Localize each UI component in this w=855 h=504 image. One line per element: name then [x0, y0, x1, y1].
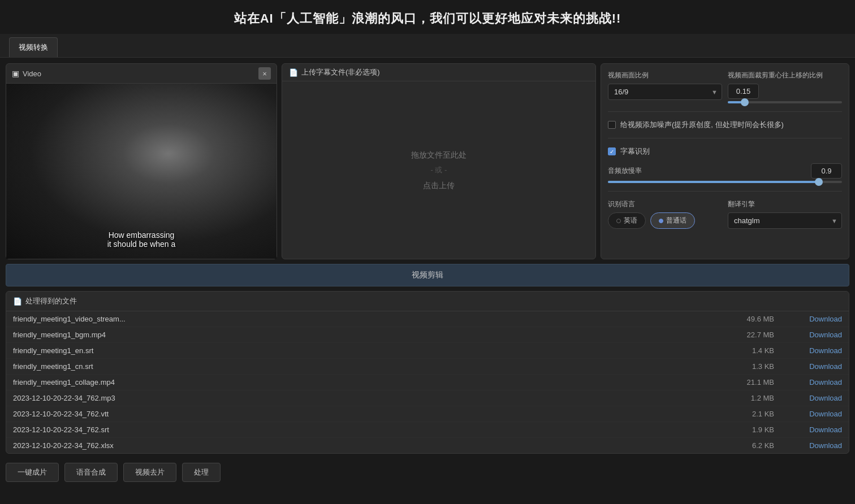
crop-value-input[interactable]: [728, 84, 759, 99]
file-name: friendly_meeting1_video_stream...: [13, 315, 729, 323]
divider-1: [608, 111, 842, 112]
file-name: friendly_meeting1_collage.mp4: [13, 378, 729, 386]
file-size: 1.9 KB: [729, 425, 774, 434]
tabs-bar: 视频转换: [0, 34, 855, 58]
translation-engine-select[interactable]: chatglm gpt-3.5 deepl: [728, 212, 842, 229]
subtitle-dropzone[interactable]: 拖放文件至此处 - 或 - 点击上传: [282, 81, 595, 259]
lang-mandarin-dot: [659, 219, 663, 223]
video-remove-btn[interactable]: 视频去片: [123, 463, 176, 482]
noise-checkbox-row: 给视频添加噪声(提升原创度, 但处理时间会长很多): [608, 120, 842, 130]
file-row: friendly_meeting1_collage.mp421.1 MBDown…: [6, 375, 849, 390]
lang-translate-row: 识别语言 英语 普通话 翻译引擎 chatglm: [608, 199, 842, 229]
file-download-link[interactable]: Download: [797, 425, 842, 434]
dropzone-click: 点击上传: [423, 177, 455, 193]
file-download-link[interactable]: Download: [797, 410, 842, 418]
one-click-btn[interactable]: 一键成片: [6, 463, 59, 482]
crop-label: 视频画面裁剪重心往上移的比例: [728, 71, 842, 80]
video-label-text: Video: [23, 69, 41, 78]
file-name: friendly_meeting1_en.srt: [13, 346, 729, 355]
file-name: 2023-12-10-20-22-34_762.vtt: [13, 410, 729, 418]
file-row: friendly_meeting1_en.srt1.4 KBDownload: [6, 343, 849, 359]
file-name: friendly_meeting1_bgm.mp4: [13, 331, 729, 339]
file-download-link[interactable]: Download: [797, 331, 842, 339]
file-size: 2.1 KB: [729, 410, 774, 418]
video-panel: ▣ Video × How embarrassing it should be …: [6, 63, 277, 259]
playback-slider-container: [608, 181, 842, 183]
file-icon: 📄: [289, 68, 298, 77]
video-icon: ▣: [12, 69, 19, 78]
translation-engine-label: 翻译引擎: [728, 199, 842, 209]
aspect-ratio-label: 视频画面比例: [608, 71, 722, 80]
lang-radio-group: 英语 普通话: [608, 212, 722, 229]
video-panel-header: ▣ Video ×: [6, 64, 277, 84]
aspect-ratio-select[interactable]: 16/9 4/3 1/1 9/16: [608, 84, 722, 100]
aspect-ratio-col: 视频画面比例 16/9 4/3 1/1 9/16 ▼: [608, 71, 722, 100]
file-size: 1.2 MB: [729, 394, 774, 402]
playback-speed-input[interactable]: [811, 163, 842, 179]
file-name: 2023-12-10-20-22-34_762.srt: [13, 425, 729, 434]
translation-engine-select-wrapper: chatglm gpt-3.5 deepl ▼: [728, 212, 842, 229]
aspect-ratio-select-wrapper: 16/9 4/3 1/1 9/16 ▼: [608, 84, 722, 100]
file-download-link[interactable]: Download: [797, 394, 842, 402]
noise-checkbox[interactable]: [608, 121, 616, 129]
files-header-label: 处理得到的文件: [25, 296, 77, 306]
crop-slider-container: [728, 101, 842, 103]
file-row: friendly_meeting1_cn.srt1.3 KBDownload: [6, 359, 849, 375]
file-row: 2023-12-10-20-22-34_762.xlsx6.2 KBDownlo…: [6, 438, 849, 453]
file-size: 49.6 MB: [729, 315, 774, 323]
main-row: ▣ Video × How embarrassing it should be …: [0, 58, 855, 259]
video-thumbnail: How embarrassing it should be when a: [6, 84, 277, 259]
files-list: friendly_meeting1_video_stream...49.6 MB…: [6, 311, 849, 453]
file-size: 6.2 KB: [729, 441, 774, 450]
video-label: ▣ Video: [12, 69, 41, 78]
divider-3: [608, 191, 842, 192]
file-download-link[interactable]: Download: [797, 346, 842, 355]
lang-english-dot: [616, 219, 621, 223]
lang-english-btn[interactable]: 英语: [608, 212, 646, 229]
lang-mandarin-label: 普通话: [666, 216, 686, 225]
subtitle-panel: 📄 上传字幕文件(非必选项) 拖放文件至此处 - 或 - 点击上传: [282, 63, 596, 259]
video-close-button[interactable]: ×: [258, 67, 271, 80]
noise-label: 给视频添加噪声(提升原创度, 但处理时间会长很多): [620, 120, 784, 130]
file-name: 2023-12-10-20-22-34_762.xlsx: [13, 441, 729, 450]
file-row: 2023-12-10-20-22-34_762.vtt2.1 KBDownloa…: [6, 406, 849, 422]
files-icon: 📄: [13, 297, 22, 306]
crop-slider-track[interactable]: [728, 101, 842, 103]
page-title: 站在AI「人工智能」浪潮的风口，我们可以更好地应对未来的挑战!!: [234, 11, 621, 25]
crop-col: 视频画面裁剪重心往上移的比例: [728, 71, 842, 103]
translation-engine-col: 翻译引擎 chatglm gpt-3.5 deepl ▼: [728, 199, 842, 229]
divider-2: [608, 138, 842, 138]
file-name: friendly_meeting1_cn.srt: [13, 362, 729, 371]
file-row: friendly_meeting1_video_stream...49.6 MB…: [6, 311, 849, 327]
lang-mandarin-btn[interactable]: 普通话: [650, 212, 695, 229]
files-header: 📄 处理得到的文件: [6, 292, 849, 311]
tab-video-convert[interactable]: 视频转换: [9, 37, 58, 57]
voice-synthesis-btn[interactable]: 语音合成: [64, 463, 118, 482]
file-name: 2023-12-10-20-22-34_762.mp3: [13, 394, 729, 402]
bottom-bar: 一键成片 语音合成 视频去片 处理: [0, 458, 855, 486]
subtitle-recognition-checkbox[interactable]: [608, 147, 616, 155]
playback-slider-track[interactable]: [608, 181, 842, 183]
file-download-link[interactable]: Download: [797, 378, 842, 386]
subtitle-panel-header: 📄 上传字幕文件(非必选项): [282, 64, 595, 81]
header: 站在AI「人工智能」浪潮的风口，我们可以更好地应对未来的挑战!!: [0, 0, 855, 34]
video-subtitle: How embarrassing it should be when a: [107, 231, 176, 249]
file-download-link[interactable]: Download: [797, 315, 842, 323]
video-edit-bar[interactable]: 视频剪辑: [6, 264, 849, 286]
dropzone-or: - 或 -: [431, 163, 447, 177]
process-btn[interactable]: 处理: [182, 463, 221, 482]
dropzone-text: 拖放文件至此处: [411, 147, 467, 163]
file-row: friendly_meeting1_bgm.mp422.7 MBDownload: [6, 327, 849, 343]
settings-panel: 视频画面比例 16/9 4/3 1/1 9/16 ▼ 视频画面裁剪重心往上移的比…: [601, 63, 849, 259]
crop-slider-thumb[interactable]: [741, 98, 749, 106]
file-row: 2023-12-10-20-22-34_762.mp31.2 MBDownloa…: [6, 390, 849, 406]
file-download-link[interactable]: Download: [797, 441, 842, 450]
playback-speed-section: 音频放慢率: [608, 163, 842, 183]
playback-slider-thumb[interactable]: [815, 178, 823, 186]
playback-slider-fill: [608, 181, 819, 183]
video-edit-label: 视频剪辑: [412, 270, 443, 279]
file-download-link[interactable]: Download: [797, 362, 842, 371]
lang-english-label: 英语: [624, 216, 637, 225]
file-size: 21.1 MB: [729, 378, 774, 386]
aspect-crop-row: 视频画面比例 16/9 4/3 1/1 9/16 ▼ 视频画面裁剪重心往上移的比…: [608, 71, 842, 103]
